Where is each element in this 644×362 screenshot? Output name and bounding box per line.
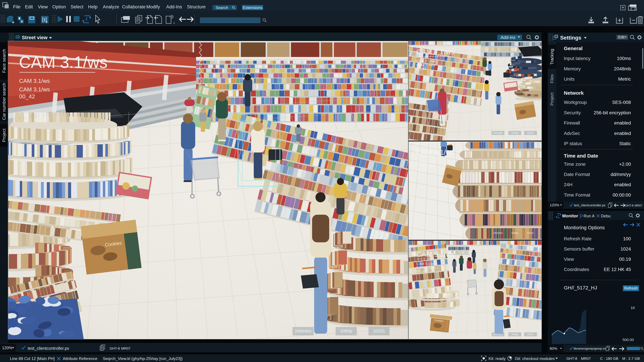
svg-text:CAM 7.1/ws: CAM 7.1/ws [416,48,454,56]
svg-text:240mb/s: 240mb/s [295,329,312,334]
svg-text:240mb/s: 240mb/s [493,333,503,336]
svg-text:CAM 3.1/ws: CAM 3.1/ws [19,78,50,84]
svg-text:CAM 3.1/ws: CAM 3.1/ws [19,53,108,71]
svg-text:240mb/s: 240mb/s [493,231,503,234]
svg-text:CAM 8.1/ws: CAM 8.1/ws [416,148,454,156]
svg-text:CAM 9.1/ws: CAM 9.1/ws [416,262,435,266]
svg-text:1080p: 1080p [511,333,518,336]
svg-text:1080p: 1080p [340,329,352,334]
svg-text:00_42: 00_42 [416,269,426,273]
svg-text:CAM 9.1/ws: CAM 9.1/ws [416,250,454,258]
svg-text:1080p: 1080p [511,131,518,134]
svg-text:CAM 8.1/ws: CAM 8.1/ws [416,164,435,168]
svg-text:CAM 8.1/ws: CAM 8.1/ws [416,160,435,164]
svg-text:00_42: 00_42 [416,167,426,171]
svg-text:00_42: 00_42 [19,93,35,99]
svg-text:1080p: 1080p [511,231,518,234]
svg-text:240mb/s: 240mb/s [493,131,503,134]
svg-text:10201: 10201 [373,329,385,334]
svg-text:CAM 9.1/ws: CAM 9.1/ws [416,266,435,270]
svg-text:00_42: 00_42 [416,67,426,71]
svg-text:CAM 7.1/ws: CAM 7.1/ws [416,63,435,67]
svg-text:10201: 10201 [527,131,534,134]
svg-text:CAM 3.1/ws: CAM 3.1/ws [19,86,50,92]
svg-text:10201: 10201 [527,231,534,234]
svg-text:CAM 7.1/ws: CAM 7.1/ws [416,59,435,63]
svg-text:10201: 10201 [527,333,534,336]
